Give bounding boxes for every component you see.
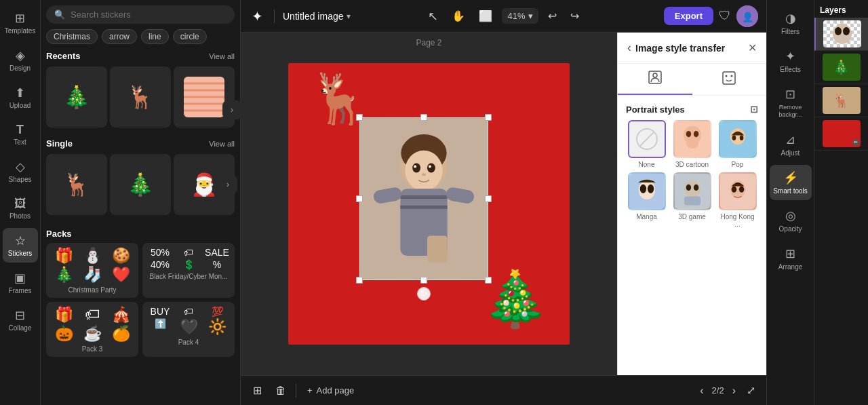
tool-filters[interactable]: ◑ Filters — [770, 5, 812, 41]
redo-button[interactable]: ↪ — [566, 7, 583, 25]
style-3d-game[interactable]: 3D game — [671, 172, 713, 228]
style-manga[interactable]: Manga — [626, 172, 667, 228]
page-nav: ‹ 2/2 › ⤢ — [697, 381, 758, 400]
sidebar-item-stickers[interactable]: ☆ Stickers — [3, 228, 38, 263]
style-none[interactable]: None — [626, 120, 667, 168]
single-sticker-1[interactable]: 🎄 — [110, 154, 171, 215]
tool-adjust[interactable]: ⊿ Adjust — [770, 127, 812, 162]
opacity-label: Opacity — [779, 225, 802, 233]
style-tab-portrait[interactable] — [618, 64, 692, 95]
sidebar-item-templates[interactable]: ⊞ Templates — [3, 5, 38, 40]
handle-tr[interactable] — [485, 114, 492, 121]
duplicate-button[interactable]: ⊞ — [249, 381, 266, 400]
single-view-all[interactable]: View all — [209, 140, 235, 148]
rotate-handle[interactable]: ↻ — [417, 287, 431, 301]
portrait-expand-icon[interactable]: ⊡ — [750, 104, 758, 115]
tool-effects[interactable]: ✦ Effects — [770, 43, 812, 79]
sidebar-item-design[interactable]: ◈ Design — [3, 43, 38, 77]
p4-icon-2: 💯 — [203, 306, 231, 317]
app-logo-button[interactable]: ✦ — [249, 5, 266, 27]
zoom-control[interactable]: 41% ▾ — [502, 8, 538, 24]
page-back-button[interactable]: ‹ — [697, 382, 706, 400]
style-tab-art[interactable] — [692, 64, 767, 95]
handle-tc[interactable] — [420, 114, 427, 121]
title-dropdown-arrow[interactable]: ▾ — [347, 12, 351, 21]
page-forward-button[interactable]: › — [730, 382, 738, 400]
search-box[interactable]: 🔍 — [46, 5, 235, 24]
handle-bl[interactable] — [356, 277, 363, 284]
tool-arrange[interactable]: ⊞ Arrange — [770, 241, 812, 276]
style-panel-close-button[interactable]: ✕ — [748, 41, 757, 54]
filter-tag-circle[interactable]: circle — [173, 29, 207, 44]
style-3d-cartoon[interactable]: 3D cartoon — [671, 120, 713, 168]
toolbar-center: ↖ ✋ ⬜ 41% ▾ ↩ ↪ — [424, 6, 583, 26]
selection-overlay: ↻ — [359, 117, 488, 280]
sidebar-label-frames: Frames — [9, 287, 32, 294]
sidebar-item-upload[interactable]: ⬆ Upload — [3, 80, 38, 115]
filter-tag-christmas[interactable]: Christmas — [46, 29, 98, 44]
canvas-content[interactable]: 🦌 🎄 — [288, 63, 570, 345]
layer-item-3[interactable]: ✏ — [814, 117, 868, 151]
p4-icon-0: BUY — [146, 306, 174, 317]
sidebar-item-photos[interactable]: 🖼 Photos — [3, 191, 38, 225]
text-icon: T — [16, 123, 24, 137]
filter-tag-arrow[interactable]: arrow — [102, 29, 137, 44]
p4-icon-1: 🏷 — [175, 306, 202, 317]
main-toolbar: ✦ Untitled image ▾ ↖ ✋ ⬜ 41% ▾ ↩ ↪ Expor… — [241, 0, 766, 33]
page-expand-button[interactable]: ⤢ — [744, 381, 758, 400]
search-icon: 🔍 — [54, 9, 65, 20]
handle-mr[interactable] — [485, 195, 492, 202]
sidebar-item-collage[interactable]: ⊟ Collage — [3, 303, 38, 337]
hand-tool-button[interactable]: ✋ — [448, 7, 469, 25]
singles-next-arrow[interactable]: › — [218, 175, 237, 194]
photos-icon: 🖼 — [14, 197, 26, 211]
style-3d-game-img — [673, 172, 711, 210]
layer-item-2[interactable]: 🦌 — [814, 84, 868, 117]
filters-icon: ◑ — [785, 11, 796, 26]
tool-remove-bg[interactable]: ⊡ Remove backgr... — [770, 81, 812, 124]
style-hong-kong-label: Hong Kong ... — [717, 213, 758, 228]
layer-thumb-3: ✏ — [823, 120, 861, 147]
svg-point-42 — [647, 185, 653, 193]
sidebar-item-shapes[interactable]: ◇ Shapes — [3, 154, 38, 189]
pack-4[interactable]: BUY 🏷 💯 ⬆️ 🖤 🔆 Pack 4 — [142, 302, 235, 357]
export-button[interactable]: Export — [664, 7, 713, 25]
design-icon: ◈ — [16, 48, 25, 63]
style-3d-cartoon-img — [673, 120, 711, 158]
handle-ml[interactable] — [356, 195, 363, 202]
single-sticker-0[interactable]: 🦌 — [46, 154, 107, 215]
adjust-icon: ⊿ — [785, 132, 795, 147]
pack-blackfriday[interactable]: 50% 🏷 SALE 40% 💲 % Black Friday/Cyber Mo… — [142, 243, 235, 298]
delete-button[interactable]: 🗑 — [271, 382, 290, 400]
layer-thumb-0 — [823, 20, 861, 47]
pack-3[interactable]: 🎁 🏷 🎪 🎃 ☕ 🍊 Pack 3 — [46, 302, 138, 357]
handle-bc[interactable] — [420, 277, 427, 284]
add-page-button[interactable]: + Add page — [302, 383, 359, 398]
filter-tag-line[interactable]: line — [141, 29, 169, 44]
tree-sticker[interactable]: 🎄 — [481, 267, 549, 331]
style-panel-back-button[interactable]: ‹ — [627, 41, 631, 55]
recents-view-all[interactable]: View all — [209, 52, 235, 60]
sidebar-item-frames[interactable]: ▣ Frames — [3, 265, 38, 300]
recents-next-arrow[interactable]: › — [222, 100, 241, 119]
pack-christmas[interactable]: 🎁 ⛄ 🍪 🎄 🧦 ❤️ Christmas Party — [46, 243, 138, 298]
tool-smart-tools[interactable]: ⚡ Smart tools — [770, 165, 812, 200]
frame-tool-button[interactable]: ⬜ — [475, 7, 496, 25]
style-pop[interactable]: Pop — [717, 120, 758, 168]
search-input[interactable] — [71, 9, 226, 20]
nav-sidebar: ⊞ Templates ◈ Design ⬆ Upload T Text ◇ S… — [0, 0, 41, 405]
arrange-label: Arrange — [778, 263, 803, 271]
recent-sticker-0[interactable]: 🎄 — [46, 66, 107, 128]
select-tool-button[interactable]: ↖ — [424, 6, 442, 26]
filter-tags: Christmas arrow line circle — [46, 29, 235, 44]
recent-sticker-1[interactable]: 🦌 — [110, 66, 171, 128]
tool-opacity[interactable]: ◎ Opacity — [770, 203, 812, 238]
layer-item-1[interactable]: 🎄 — [814, 51, 868, 84]
undo-button[interactable]: ↩ — [544, 7, 561, 25]
handle-tl[interactable] — [356, 114, 363, 121]
style-hong-kong[interactable]: Hong Kong ... — [717, 172, 758, 228]
layer-item-0[interactable] — [814, 18, 868, 51]
pack-icon-1: ⛄ — [79, 247, 106, 265]
sidebar-item-text[interactable]: T Text — [3, 117, 38, 151]
handle-br[interactable] — [485, 277, 492, 284]
